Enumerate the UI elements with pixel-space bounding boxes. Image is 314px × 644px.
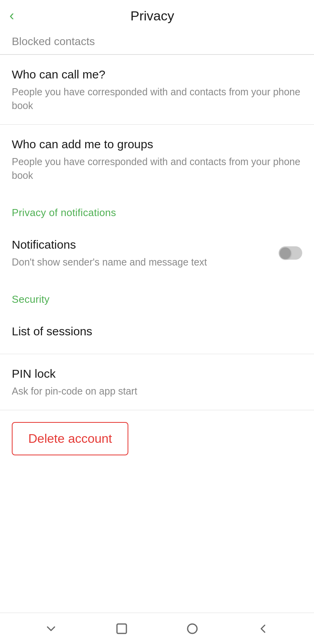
nav-down-icon[interactable] <box>41 619 61 639</box>
delete-account-button[interactable]: Delete account <box>12 422 128 455</box>
bottom-nav-bar <box>0 613 314 644</box>
who-can-call-subtitle: People you have corresponded with and co… <box>12 85 302 113</box>
toggle-thumb <box>280 247 291 258</box>
header: ‹ Privacy <box>0 0 314 31</box>
who-can-call-item[interactable]: Who can call me? People you have corresp… <box>0 55 314 124</box>
privacy-of-notifications-header: Privacy of notifications <box>0 194 314 225</box>
page-title: Privacy <box>22 8 283 24</box>
notifications-item[interactable]: Notifications Don't show sender's name a… <box>0 225 314 281</box>
who-can-call-title: Who can call me? <box>12 67 302 82</box>
nav-back-icon[interactable] <box>253 619 273 639</box>
list-of-sessions-item[interactable]: List of sessions <box>0 312 314 354</box>
who-can-add-title: Who can add me to groups <box>12 136 302 152</box>
who-can-add-subtitle: People you have corresponded with and co… <box>12 155 302 182</box>
svg-point-1 <box>188 624 197 633</box>
nav-square-icon[interactable] <box>112 619 131 639</box>
pin-lock-title: PIN lock <box>12 366 302 381</box>
delete-account-section: Delete account <box>0 410 314 467</box>
nav-circle-icon[interactable] <box>183 619 202 639</box>
notifications-subtitle: Don't show sender's name and message tex… <box>12 255 271 269</box>
pin-lock-item[interactable]: PIN lock Ask for pin-code on app start <box>0 354 314 410</box>
back-button[interactable]: ‹ <box>9 9 14 23</box>
security-header: Security <box>0 281 314 312</box>
blocked-contacts-item[interactable]: Blocked contacts <box>0 31 314 55</box>
pin-lock-subtitle: Ask for pin-code on app start <box>12 384 302 398</box>
notifications-toggle[interactable] <box>279 246 302 260</box>
svg-rect-0 <box>117 624 126 633</box>
list-of-sessions-title: List of sessions <box>12 324 302 339</box>
notifications-title: Notifications <box>12 237 271 252</box>
who-can-add-item[interactable]: Who can add me to groups People you have… <box>0 125 314 194</box>
